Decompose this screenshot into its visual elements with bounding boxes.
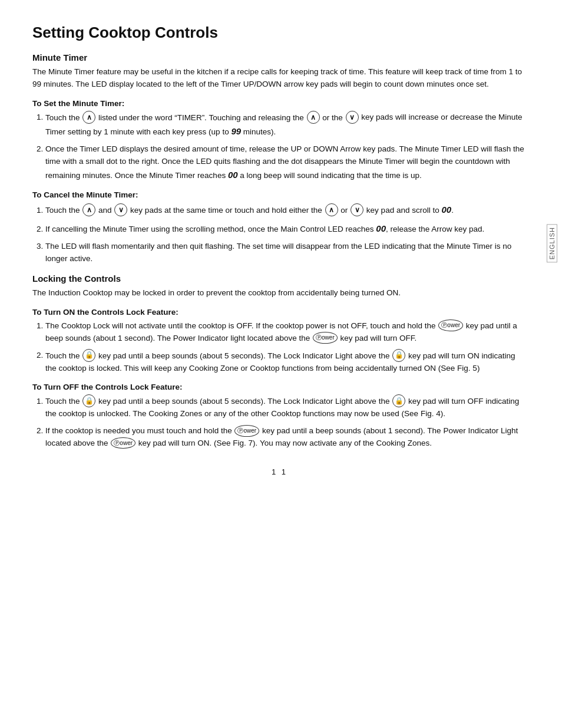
lock-off-step-1: Touch the 🔒 key pad until a beep sounds …	[45, 395, 527, 420]
cancel-step-1-or: or	[340, 206, 350, 215]
turn-off-lock-heading: To Turn OFF the Controls Lock Feature:	[32, 383, 527, 391]
set-step-1-or: or the	[322, 113, 345, 121]
locking-section: Locking the Controls The Induction Cookt…	[32, 274, 527, 450]
cancel-step-1-after: key pad and scroll to 00.	[366, 206, 454, 215]
lock-off-step-1-before: Touch the	[45, 397, 82, 406]
cancel-step-1: Touch the and key pads at the same time …	[45, 203, 527, 217]
lock-on-step-2-mid: key pad until a beep sounds (about 5 sec…	[98, 351, 392, 360]
power-icon-2: Ⓟower	[313, 332, 338, 344]
minute-timer-intro: The Minute Timer feature may be useful i…	[32, 66, 527, 91]
set-timer-steps: Touch the listed under the word “TIMER”.…	[45, 111, 527, 182]
side-label: ENGLISH	[547, 224, 557, 262]
down-arrow-icon-1	[346, 111, 359, 124]
page-number: 1 1	[32, 467, 527, 476]
num-00-3: 00	[376, 223, 386, 233]
minute-timer-section: Minute Timer The Minute Timer feature ma…	[32, 52, 527, 265]
cancel-timer-heading: To Cancel the Minute Timer:	[32, 190, 527, 199]
lock-icon-2: 🔒	[392, 349, 405, 362]
cancel-step-1-before: Touch the	[45, 206, 82, 215]
lock-icon-1: 🔒	[82, 349, 95, 362]
up-arrow-icon-1	[82, 111, 95, 124]
set-step-1-text-mid: listed under the word “TIMER”. Touching …	[98, 113, 306, 121]
lock-on-step-1-before: The Cooktop Lock will not activate until…	[45, 321, 438, 330]
lock-icon-4: 🔒	[392, 394, 405, 407]
cancel-step-3: The LED will flash momentarily and then …	[45, 241, 527, 265]
lock-off-step-2-before: If the cooktop is needed you must touch …	[45, 426, 234, 435]
page: Setting Cooktop Controls Minute Timer Th…	[0, 0, 562, 500]
turn-off-lock-steps: Touch the 🔒 key pad until a beep sounds …	[45, 395, 527, 450]
lock-off-step-2-after: key pad will turn ON. (See Fig. 7). You …	[138, 439, 432, 447]
lock-off-step-2: If the cooktop is needed you must touch …	[45, 425, 527, 450]
down-arrow-icon-3	[351, 203, 363, 216]
set-timer-heading: To Set the Minute Timer:	[32, 99, 527, 108]
up-arrow-icon-3	[82, 203, 95, 216]
lock-off-step-1-mid: key pad until a beep sounds (about 5 sec…	[98, 397, 392, 406]
power-icon-4: Ⓟower	[111, 437, 135, 449]
up-arrow-icon-4	[325, 203, 338, 216]
turn-on-lock-steps: The Cooktop Lock will not activate until…	[45, 320, 527, 375]
minute-timer-heading: Minute Timer	[32, 52, 527, 62]
set-step-1-text-before: Touch the	[45, 113, 82, 121]
num-00-2: 00	[441, 205, 451, 215]
lock-icon-3: 🔒	[82, 394, 95, 407]
lock-on-step-2: Touch the 🔒 key pad until a beep sounds …	[45, 350, 527, 375]
num-00-1: 00	[228, 170, 238, 180]
turn-on-lock-heading: To Turn ON the Controls Lock Feature:	[32, 308, 527, 317]
down-arrow-icon-2	[114, 203, 127, 216]
set-step-2: Once the Timer LED displays the desired …	[45, 143, 527, 182]
set-step-2-text: Once the Timer LED displays the desired …	[45, 144, 524, 180]
locking-intro: The Induction Cooktop may be locked in o…	[32, 287, 527, 299]
cancel-step-1-and: and	[98, 206, 114, 215]
cancel-step-2: If cancelling the Minute Timer using the…	[45, 222, 527, 236]
lock-on-step-2-before: Touch the	[45, 351, 82, 360]
power-icon-1: Ⓟower	[438, 319, 463, 331]
up-arrow-icon-2	[307, 111, 320, 124]
set-step-1: Touch the listed under the word “TIMER”.…	[45, 111, 527, 139]
cancel-step-1-mid: key pads at the same time or touch and h…	[130, 206, 324, 215]
cancel-timer-steps: Touch the and key pads at the same time …	[45, 203, 527, 265]
num-99: 99	[231, 126, 241, 136]
cancel-step-2-text: If cancelling the Minute Timer using the…	[45, 225, 484, 233]
lock-on-step-1-end: key pad will turn OFF.	[340, 334, 417, 342]
cancel-step-3-text: The LED will flash momentarily and then …	[45, 242, 511, 263]
power-icon-3: Ⓟower	[234, 425, 259, 437]
locking-heading: Locking the Controls	[32, 274, 527, 284]
lock-on-step-1: The Cooktop Lock will not activate until…	[45, 320, 527, 345]
page-title: Setting Cooktop Controls	[32, 24, 527, 42]
